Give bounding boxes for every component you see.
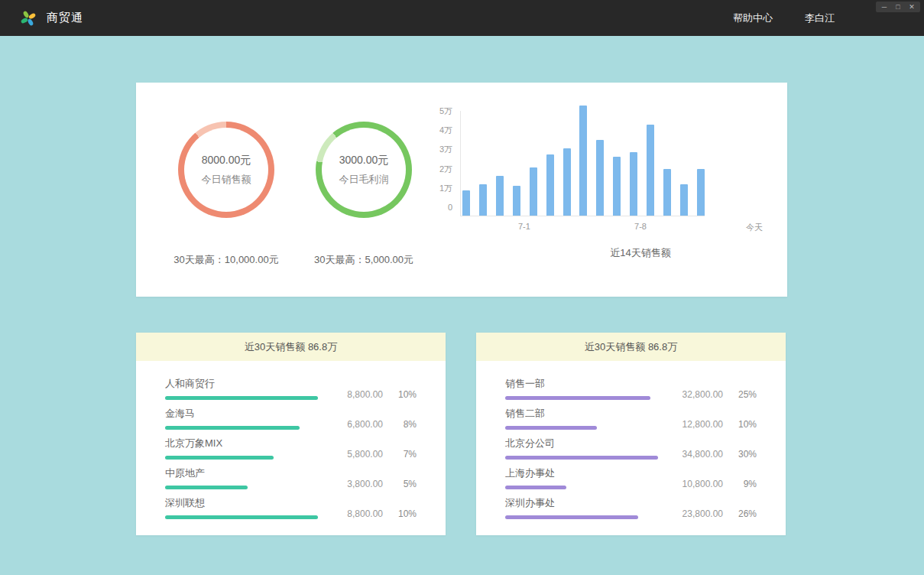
today-sales-donut: 8000.00元 今日销售额 bbox=[178, 122, 274, 218]
close-icon[interactable]: ✕ bbox=[907, 2, 916, 11]
ranking-percent: 9% bbox=[734, 479, 757, 489]
ranking-bar bbox=[505, 426, 597, 430]
sales-bar[interactable] bbox=[462, 190, 470, 216]
today-profit-donut: 3000.00元 今日毛利润 bbox=[316, 122, 412, 218]
ranking-name: 深圳联想 bbox=[165, 496, 318, 510]
ranking-percent: 26% bbox=[734, 508, 757, 519]
ranking-row: 北京分公司34,800.0030% bbox=[505, 430, 757, 460]
ranking-percent: 10% bbox=[734, 419, 757, 430]
ranking-row: 上海办事处10,800.009% bbox=[505, 460, 757, 489]
overview-card: 8000.00元 今日销售额 30天最高：10,000.00元 3000.00元… bbox=[136, 83, 787, 297]
bar-chart-plot bbox=[460, 111, 705, 216]
customer-ranking-header: 近30天销售额 86.8万 bbox=[136, 333, 446, 361]
user-name-link[interactable]: 李白江 bbox=[805, 11, 835, 25]
ranking-row-container: 近30天销售额 86.8万 人和商贸行8,800.0010%金海马6,800.0… bbox=[136, 333, 924, 535]
bar-group bbox=[462, 103, 705, 216]
ranking-bar bbox=[505, 456, 658, 460]
ranking-percent: 30% bbox=[734, 449, 757, 460]
ranking-amount: 6,800.00 bbox=[336, 419, 383, 430]
ranking-name: 中原地产 bbox=[165, 466, 318, 480]
sales-bar[interactable] bbox=[596, 140, 604, 216]
ranking-row: 销售二部12,800.0010% bbox=[505, 400, 757, 430]
ranking-bar bbox=[165, 456, 274, 460]
ranking-bar bbox=[165, 426, 300, 430]
ranking-bar bbox=[165, 486, 248, 489]
ranking-name: 北京分公司 bbox=[505, 437, 658, 450]
today-profit-value: 3000.00元 bbox=[339, 154, 389, 167]
ranking-amount: 34,800.00 bbox=[676, 449, 723, 460]
ranking-percent: 5% bbox=[394, 479, 417, 489]
ranking-row: 人和商贸行8,800.0010% bbox=[165, 370, 417, 400]
y-tick: 4万 bbox=[433, 125, 452, 135]
app-title: 商贸通 bbox=[47, 11, 83, 25]
customer-ranking-card: 近30天销售额 86.8万 人和商贸行8,800.0010%金海马6,800.0… bbox=[136, 333, 446, 535]
ranking-name: 销售二部 bbox=[505, 407, 658, 421]
y-tick: 3万 bbox=[433, 145, 452, 154]
x-tick: 7-1 bbox=[518, 222, 530, 231]
sales-bar[interactable] bbox=[630, 152, 637, 216]
sales-bar[interactable] bbox=[663, 169, 671, 216]
y-tick: 0 bbox=[433, 203, 452, 212]
sales-bar[interactable] bbox=[697, 169, 705, 216]
y-axis: 5万 4万 3万 2万 1万 0 bbox=[433, 106, 460, 212]
sales-bar[interactable] bbox=[479, 184, 487, 216]
ranking-name: 北京万象MIX bbox=[165, 437, 318, 450]
y-tick: 2万 bbox=[433, 164, 452, 174]
app-logo-icon bbox=[20, 10, 37, 27]
ranking-bar bbox=[505, 515, 638, 519]
chart-caption: 近14天销售额 bbox=[518, 246, 763, 260]
ranking-row: 深圳联想8,800.0010% bbox=[165, 489, 417, 519]
today-sales-value: 8000.00元 bbox=[202, 154, 251, 167]
sales-14d-chart: 5万 4万 3万 2万 1万 0 7-1 7-8 今天 近14天销售额 bbox=[433, 83, 787, 297]
ranking-amount: 32,800.00 bbox=[676, 389, 723, 400]
maximize-icon[interactable]: □ bbox=[893, 2, 903, 11]
ranking-row: 销售一部32,800.0025% bbox=[505, 370, 757, 400]
ranking-amount: 23,800.00 bbox=[676, 508, 723, 519]
ranking-percent: 25% bbox=[734, 389, 757, 400]
y-tick: 1万 bbox=[433, 184, 452, 193]
sales-bar[interactable] bbox=[680, 184, 688, 216]
ranking-amount: 10,800.00 bbox=[676, 479, 723, 489]
sales-bar[interactable] bbox=[563, 148, 571, 216]
ranking-bar bbox=[505, 486, 566, 489]
sales-bar[interactable] bbox=[496, 176, 504, 216]
ranking-amount: 8,800.00 bbox=[336, 508, 383, 519]
ranking-name: 金海马 bbox=[165, 407, 318, 421]
help-center-link[interactable]: 帮助中心 bbox=[733, 11, 773, 25]
today-profit-donut-center: 3000.00元 今日毛利润 bbox=[322, 128, 406, 212]
ranking-row: 北京万象MIX5,800.007% bbox=[165, 430, 417, 460]
ranking-row: 中原地产3,800.005% bbox=[165, 460, 417, 489]
ranking-amount: 8,800.00 bbox=[336, 389, 383, 400]
sales-bar[interactable] bbox=[613, 157, 621, 216]
ranking-bar bbox=[165, 515, 318, 519]
ranking-percent: 10% bbox=[394, 389, 417, 400]
ranking-percent: 10% bbox=[394, 508, 417, 519]
ranking-name: 人和商贸行 bbox=[165, 377, 318, 391]
department-ranking-header: 近30天销售额 86.8万 bbox=[476, 333, 786, 361]
sales-bar[interactable] bbox=[513, 186, 520, 216]
sales-bar[interactable] bbox=[579, 106, 587, 216]
ranking-row: 深圳办事处23,800.0026% bbox=[505, 489, 757, 519]
ranking-percent: 7% bbox=[394, 449, 417, 460]
sales-bar[interactable] bbox=[647, 125, 654, 216]
ranking-amount: 12,800.00 bbox=[676, 419, 723, 430]
today-profit-label: 今日毛利润 bbox=[339, 173, 389, 187]
titlebar: ─ □ ✕ 商贸通 帮助中心 李白江 bbox=[0, 0, 924, 36]
x-axis: 7-1 7-8 今天 bbox=[518, 222, 763, 237]
x-tick: 今天 bbox=[746, 222, 763, 233]
today-sales-block: 8000.00元 今日销售额 30天最高：10,000.00元 bbox=[157, 83, 295, 297]
today-profit-block: 3000.00元 今日毛利润 30天最高：5,000.00元 bbox=[295, 83, 433, 297]
ranking-name: 上海办事处 bbox=[505, 466, 658, 480]
minimize-icon[interactable]: ─ bbox=[880, 2, 889, 11]
ranking-bar bbox=[165, 396, 318, 400]
ranking-amount: 5,800.00 bbox=[336, 449, 383, 460]
x-tick: 7-8 bbox=[634, 222, 647, 231]
today-profit-max-caption: 30天最高：5,000.00元 bbox=[314, 253, 413, 267]
today-sales-donut-center: 8000.00元 今日销售额 bbox=[184, 128, 268, 212]
sales-bar[interactable] bbox=[530, 167, 537, 216]
today-sales-max-caption: 30天最高：10,000.00元 bbox=[173, 253, 278, 267]
y-tick: 5万 bbox=[433, 106, 452, 115]
sales-bar[interactable] bbox=[546, 154, 554, 216]
ranking-name: 深圳办事处 bbox=[505, 496, 658, 510]
ranking-name: 销售一部 bbox=[505, 377, 658, 391]
